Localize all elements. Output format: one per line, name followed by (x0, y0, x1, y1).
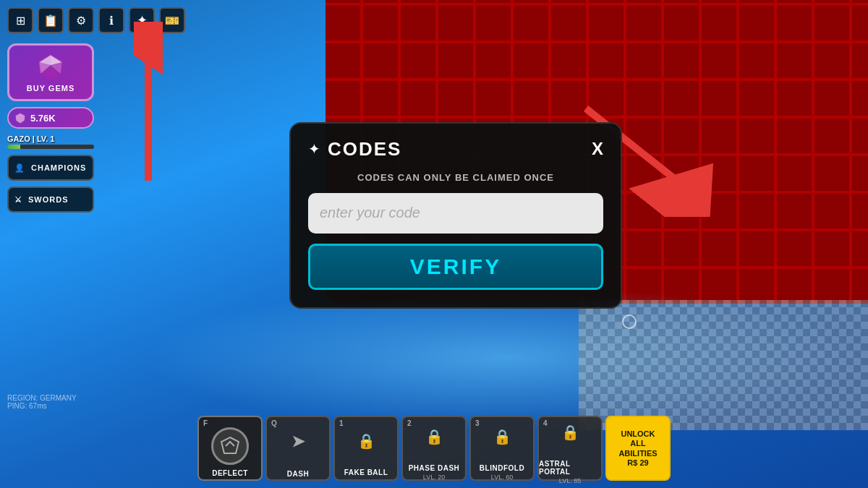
modal-title-group: ✦ CODES (308, 138, 401, 160)
modal-header: ✦ CODES X (308, 138, 603, 160)
modal-overlay: ✦ CODES X CODES CAN ONLY BE CLAIMED ONCE… (0, 0, 868, 488)
modal-close-button[interactable]: X (592, 140, 603, 158)
modal-title: CODES (328, 138, 401, 160)
codes-modal: ✦ CODES X CODES CAN ONLY BE CLAIMED ONCE… (289, 122, 622, 309)
modal-subtitle: CODES CAN ONLY BE CLAIMED ONCE (308, 172, 603, 183)
verify-button[interactable]: VERIFY (308, 244, 603, 290)
sparkle-icon: ✦ (308, 140, 320, 158)
code-input[interactable] (308, 193, 603, 234)
